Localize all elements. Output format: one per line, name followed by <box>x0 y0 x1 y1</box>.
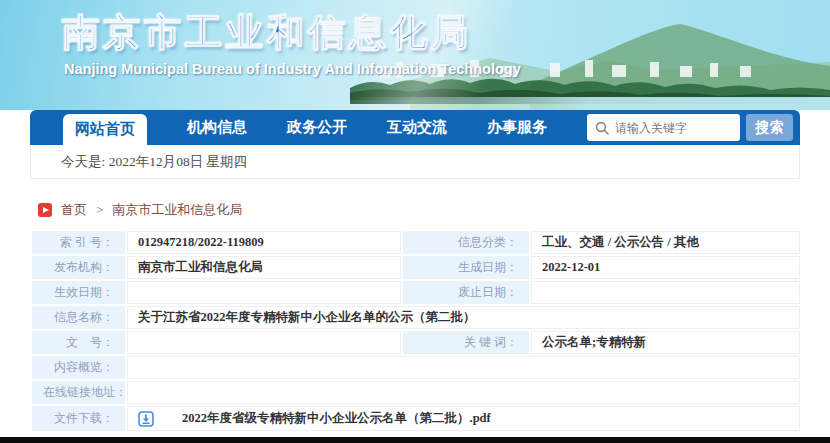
date-bar: 今天是: 2022年12月08日 星期四 <box>30 145 800 179</box>
online-link-value <box>127 381 800 404</box>
file-download-label: 文件下载： <box>32 406 125 431</box>
table-row: 文件下载： 2022年度省级专精特新中小企业公示名单（第二批）.pdf <box>32 406 800 431</box>
table-row: 发布机构： 南京市工业和信息化局 生成日期： 2022-12-01 <box>32 256 800 279</box>
document-metadata-table: 索 引 号： 012947218/2022-119809 信息分类： 工业、交通… <box>30 229 802 433</box>
info-name-value: 关于江苏省2022年度专精特新中小企业名单的公示（第二批） <box>127 306 800 329</box>
search-icon <box>595 121 609 135</box>
breadcrumb-home-link[interactable]: 首页 <box>61 201 87 219</box>
table-row: 在线链接地址： <box>32 381 800 404</box>
doc-number-value <box>127 331 401 354</box>
expiry-date-value <box>531 281 800 304</box>
download-icon[interactable] <box>138 411 154 427</box>
nav-shell: 网站首页 机构信息 政务公开 互动交流 办事服务 搜索 今天是: 2022年12… <box>30 110 800 179</box>
file-download-cell: 2022年度省级专精特新中小企业公示名单（第二批）.pdf <box>127 406 800 431</box>
site-banner: 南京市工业和信息化局 Nanjing Municipal Bureau of I… <box>0 0 830 110</box>
content-summary-label: 内容概览： <box>32 356 125 379</box>
info-name-label: 信息名称： <box>32 306 125 329</box>
table-row: 文 号： 关 键 词： 公示名单;专精特新 <box>32 331 800 354</box>
doc-number-label: 文 号： <box>32 331 125 354</box>
bottom-edge-bar <box>0 437 830 443</box>
table-row: 索 引 号： 012947218/2022-119809 信息分类： 工业、交通… <box>32 231 800 254</box>
effective-date-label: 生效日期： <box>32 281 125 304</box>
search-box <box>587 114 740 141</box>
table-row: 生效日期： 废止日期： <box>32 281 800 304</box>
tab-interaction[interactable]: 互动交流 <box>387 118 447 137</box>
effective-date-value <box>127 281 401 304</box>
info-category-label: 信息分类： <box>403 231 529 254</box>
created-date-value: 2022-12-01 <box>531 256 800 279</box>
expiry-date-label: 废止日期： <box>403 281 529 304</box>
today-date-text: 今天是: 2022年12月08日 星期四 <box>61 153 247 171</box>
index-number-label: 索 引 号： <box>32 231 125 254</box>
created-date-label: 生成日期： <box>403 256 529 279</box>
search-input[interactable] <box>615 121 740 135</box>
tab-home[interactable]: 网站首页 <box>63 114 147 145</box>
search-button[interactable]: 搜索 <box>746 114 793 141</box>
keywords-label: 关 键 词： <box>403 331 529 354</box>
info-category-value: 工业、交通 / 公示公告 / 其他 <box>531 231 800 254</box>
site-subtitle: Nanjing Municipal Bureau of Industry And… <box>64 61 521 77</box>
breadcrumb: 首页 > 南京市工业和信息化局 <box>38 200 242 220</box>
index-number-value: 012947218/2022-119809 <box>127 231 401 254</box>
tab-organization-info[interactable]: 机构信息 <box>187 118 247 137</box>
breadcrumb-current: 南京市工业和信息化局 <box>112 201 242 219</box>
content-summary-value <box>127 356 800 379</box>
table-row: 信息名称： 关于江苏省2022年度专精特新中小企业名单的公示（第二批） <box>32 306 800 329</box>
breadcrumb-play-icon <box>38 203 52 217</box>
breadcrumb-separator: > <box>96 202 103 218</box>
tab-services[interactable]: 办事服务 <box>487 118 547 137</box>
main-nav: 网站首页 机构信息 政务公开 互动交流 办事服务 搜索 <box>30 110 800 145</box>
publisher-label: 发布机构： <box>32 256 125 279</box>
online-link-label: 在线链接地址： <box>32 381 125 404</box>
keywords-value: 公示名单;专精特新 <box>531 331 800 354</box>
site-title: 南京市工业和信息化局 <box>62 8 472 58</box>
download-file-link[interactable]: 2022年度省级专精特新中小企业公示名单（第二批）.pdf <box>182 410 491 427</box>
publisher-value: 南京市工业和信息化局 <box>127 256 401 279</box>
search-area: 搜索 <box>587 114 793 141</box>
tab-government-disclosure[interactable]: 政务公开 <box>287 118 347 137</box>
table-row: 内容概览： <box>32 356 800 379</box>
